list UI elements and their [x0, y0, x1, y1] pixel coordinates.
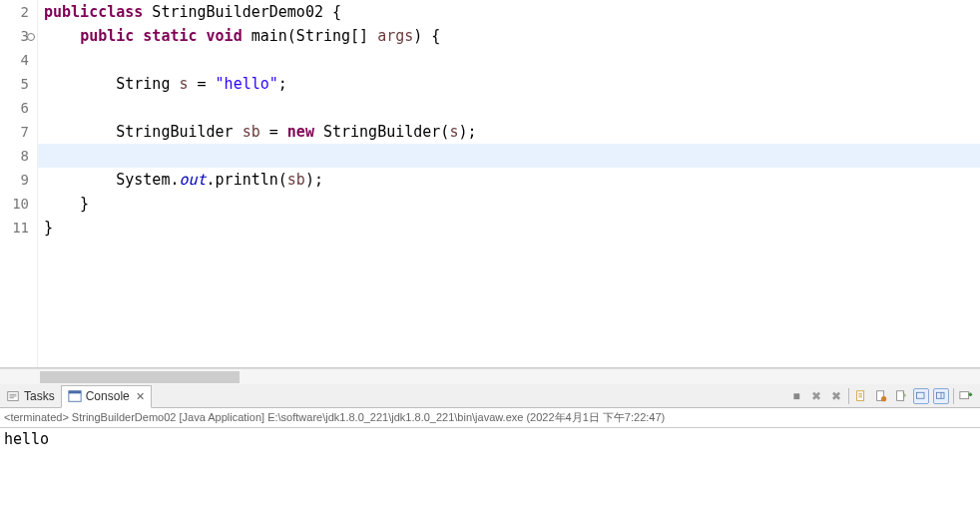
- svg-rect-7: [917, 392, 925, 398]
- code-line[interactable]: String s = "hello";: [38, 72, 980, 96]
- code-line[interactable]: publicclass StringBuilderDemo02 {: [38, 0, 980, 24]
- svg-rect-6: [897, 390, 904, 400]
- close-icon[interactable]: ✕: [134, 390, 145, 403]
- line-number: 6: [0, 96, 29, 120]
- tasks-icon: [6, 389, 20, 403]
- console-status-line: <terminated> StringBuilderDemo02 [Java A…: [0, 408, 980, 428]
- svg-rect-8: [937, 392, 945, 398]
- terminate-icon[interactable]: ■: [788, 388, 804, 404]
- tab-console[interactable]: Console ✕: [61, 385, 152, 408]
- line-number: 10: [0, 192, 29, 216]
- code-line[interactable]: public static void main(String[] args) {: [38, 24, 980, 48]
- remove-all-icon[interactable]: ✖: [828, 388, 844, 404]
- code-content[interactable]: publicclass StringBuilderDemo02 { public…: [38, 0, 980, 367]
- scroll-lock-icon[interactable]: [873, 388, 889, 404]
- line-number: 8: [0, 144, 29, 168]
- console-toolbar: ■ ✖ ✖: [788, 388, 980, 404]
- line-number: 3: [0, 24, 29, 48]
- line-number: 2: [0, 0, 29, 24]
- clear-console-icon[interactable]: [853, 388, 869, 404]
- code-line[interactable]: [38, 48, 980, 72]
- open-console-icon[interactable]: [933, 388, 949, 404]
- svg-rect-2: [69, 391, 81, 394]
- scrollbar-thumb[interactable]: [40, 371, 240, 383]
- tab-tasks-label: Tasks: [24, 389, 55, 403]
- tab-tasks[interactable]: Tasks: [0, 384, 61, 407]
- console-icon: [68, 389, 82, 403]
- code-editor[interactable]: 234567891011 publicclass StringBuilderDe…: [0, 0, 980, 368]
- code-line[interactable]: }: [38, 192, 980, 216]
- new-console-icon[interactable]: [958, 388, 974, 404]
- line-number-gutter: 234567891011: [0, 0, 38, 367]
- svg-point-5: [881, 396, 886, 401]
- horizontal-scrollbar[interactable]: [0, 368, 980, 384]
- line-number: 4: [0, 48, 29, 72]
- code-line[interactable]: [38, 144, 980, 168]
- remove-launch-icon[interactable]: ✖: [808, 388, 824, 404]
- tab-console-label: Console: [86, 389, 130, 403]
- code-line[interactable]: }: [38, 216, 980, 240]
- display-selected-icon[interactable]: [913, 388, 929, 404]
- bottom-tabs-bar: Tasks Console ✕ ■ ✖ ✖: [0, 384, 980, 408]
- code-line[interactable]: StringBuilder sb = new StringBuilder(s);: [38, 120, 980, 144]
- code-line[interactable]: System.out.println(sb);: [38, 168, 980, 192]
- line-number: 9: [0, 168, 29, 192]
- pin-console-icon[interactable]: [893, 388, 909, 404]
- console-output[interactable]: hello: [0, 428, 980, 508]
- code-line[interactable]: [38, 96, 980, 120]
- line-number: 7: [0, 120, 29, 144]
- line-number: 5: [0, 72, 29, 96]
- line-number: 11: [0, 216, 29, 240]
- svg-rect-9: [960, 391, 969, 398]
